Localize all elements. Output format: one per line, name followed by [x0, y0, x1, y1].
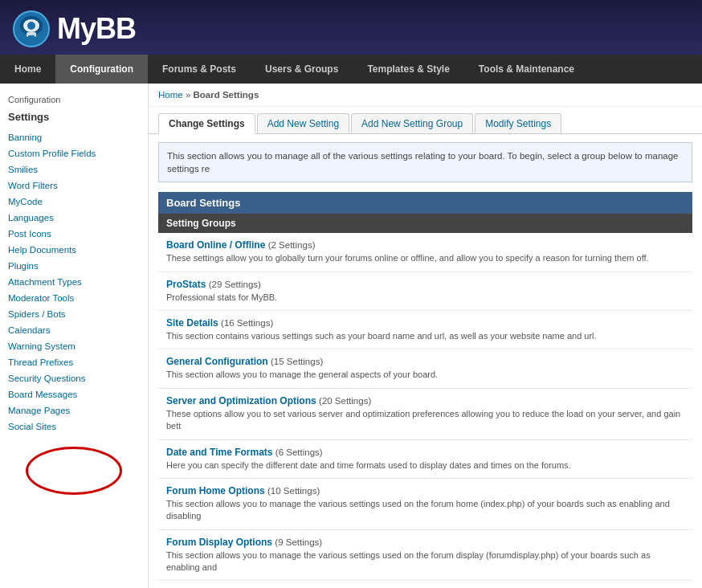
sidebar-settings-heading: Settings	[0, 108, 148, 129]
nav-users-groups[interactable]: Users & Groups	[251, 55, 353, 84]
sidebar-item-thread-prefixes[interactable]: Thread Prefixes	[0, 354, 148, 370]
sidebar-item-social-sites[interactable]: Social Sites	[0, 419, 148, 435]
setting-group-link-1[interactable]: ProStats	[166, 279, 206, 290]
nav-configuration[interactable]: Configuration	[55, 55, 148, 84]
breadcrumb-current: Board Settings	[194, 90, 259, 100]
setting-group-link-5[interactable]: Date and Time Formats	[166, 447, 272, 458]
setting-group-row: Server and Optimization Options (20 Sett…	[158, 389, 692, 440]
logo-icon	[12, 10, 51, 48]
nav-home[interactable]: Home	[0, 55, 55, 84]
setting-group-desc-2: This section contains various settings s…	[166, 330, 684, 342]
setting-group-desc-5: Here you can specify the different date …	[166, 459, 684, 472]
setting-group-link-7[interactable]: Forum Display Options	[166, 537, 272, 548]
sidebar-item-warning-system[interactable]: Warning System	[0, 338, 148, 354]
nav-tools-maintenance[interactable]: Tools & Maintenance	[464, 55, 589, 84]
setting-group-title-row: General Configuration (15 Settings)	[166, 356, 684, 367]
setting-group-title-row: Forum Home Options (10 Settings)	[166, 485, 684, 496]
setting-groups-subheader: Setting Groups	[158, 214, 692, 233]
tab-add-new-setting[interactable]: Add New Setting	[257, 113, 349, 133]
sidebar-item-plugins[interactable]: Plugins	[0, 258, 148, 274]
setting-group-link-6[interactable]: Forum Home Options	[166, 485, 265, 496]
setting-group-title-row: Board Online / Offline (2 Settings)	[166, 239, 684, 251]
sidebar: Configuration Settings Banning Custom Pr…	[0, 84, 149, 588]
sidebar-item-custom-profile-fields[interactable]: Custom Profile Fields	[0, 145, 148, 161]
setting-group-count-2: (16 Settings)	[221, 318, 273, 328]
setting-group-link-3[interactable]: General Configuration	[166, 356, 268, 367]
setting-group-count-6: (10 Settings)	[267, 486, 320, 496]
tab-add-new-setting-group[interactable]: Add New Setting Group	[351, 113, 473, 133]
red-circle-annotation	[26, 447, 122, 495]
setting-group-row: Forum Display Options (9 Settings) This …	[158, 530, 692, 582]
setting-group-desc-6: This section allows you to manage the va…	[166, 498, 684, 523]
sidebar-item-post-icons[interactable]: Post Icons	[0, 226, 148, 242]
sidebar-item-board-messages[interactable]: Board Messages	[0, 386, 148, 402]
page-header: MyBB	[0, 0, 702, 55]
setting-group-desc-7: This section allows you to manage the va…	[166, 549, 684, 574]
sidebar-item-smilies[interactable]: Smilies	[0, 161, 148, 178]
setting-group-link-2[interactable]: Site Details	[166, 317, 218, 329]
sidebar-item-languages[interactable]: Languages	[0, 210, 148, 226]
logo-area: MyBB	[12, 10, 136, 48]
setting-group-count-4: (20 Settings)	[319, 396, 371, 406]
nav-forums-posts[interactable]: Forums & Posts	[148, 55, 251, 84]
sidebar-item-security-questions[interactable]: Security Questions	[0, 370, 148, 386]
setting-group-row: Forum Home Options (10 Settings) This se…	[158, 479, 692, 530]
setting-group-count-0: (2 Settings)	[268, 240, 316, 250]
setting-group-desc-1: Professional stats for MyBB.	[166, 292, 684, 304]
breadcrumb-home-link[interactable]: Home	[158, 90, 183, 100]
setting-group-row: General Configuration (15 Settings) This…	[158, 349, 692, 388]
nav-templates-style[interactable]: Templates & Style	[353, 55, 463, 84]
board-settings-section: Board Settings Setting Groups Board Onli…	[158, 192, 692, 588]
setting-group-desc-0: These settings allow you to globally tur…	[166, 252, 684, 264]
tab-change-settings[interactable]: Change Settings	[158, 113, 255, 134]
sidebar-item-manage-pages[interactable]: Manage Pages	[0, 402, 148, 419]
svg-point-3	[27, 22, 35, 30]
header-background: MyBB	[0, 0, 702, 55]
setting-group-link-0[interactable]: Board Online / Offline	[166, 239, 265, 251]
sidebar-item-mycode[interactable]: MyCode	[0, 194, 148, 210]
setting-group-title-row: Forum Display Options (9 Settings)	[166, 537, 684, 548]
setting-group-count-7: (9 Settings)	[275, 537, 322, 547]
sidebar-item-calendars[interactable]: Calendars	[0, 322, 148, 338]
board-settings-header: Board Settings	[158, 192, 692, 214]
setting-group-link-4[interactable]: Server and Optimization Options	[166, 395, 316, 406]
setting-group-row: ProStats (29 Settings) Professional stat…	[158, 272, 692, 311]
setting-group-row: Show Thread Options (14 Settings) This s…	[158, 581, 692, 588]
tabs-bar: Change Settings Add New Setting Add New …	[149, 107, 702, 134]
setting-group-row: Board Online / Offline (2 Settings) Thes…	[158, 233, 692, 272]
logo-text: MyBB	[57, 12, 136, 46]
setting-group-desc-3: This section allows you to manage the ge…	[166, 369, 684, 381]
setting-group-title-row: Date and Time Formats (6 Settings)	[166, 447, 684, 458]
svg-rect-5	[28, 35, 35, 42]
setting-group-title-row: ProStats (29 Settings)	[166, 279, 684, 290]
setting-group-count-5: (6 Settings)	[275, 447, 323, 457]
setting-group-desc-4: These options allow you to set various s…	[166, 408, 684, 433]
sidebar-item-help-documents[interactable]: Help Documents	[0, 242, 148, 258]
sidebar-item-moderator-tools[interactable]: Moderator Tools	[0, 290, 148, 306]
setting-group-count-1: (29 Settings)	[209, 280, 261, 289]
setting-group-row: Date and Time Formats (6 Settings) Here …	[158, 440, 692, 479]
setting-group-count-3: (15 Settings)	[271, 357, 323, 366]
breadcrumb: Home » Board Settings	[149, 84, 702, 107]
sidebar-item-banning[interactable]: Banning	[0, 129, 148, 145]
sidebar-item-spiders-bots[interactable]: Spiders / Bots	[0, 306, 148, 322]
setting-group-row: Site Details (16 Settings) This section …	[158, 311, 692, 349]
info-box: This section allows you to manage all of…	[158, 142, 692, 182]
tab-modify-settings[interactable]: Modify Settings	[475, 113, 561, 133]
main-layout: Configuration Settings Banning Custom Pr…	[0, 84, 702, 588]
setting-group-title-row: Server and Optimization Options (20 Sett…	[166, 395, 684, 406]
setting-group-title-row: Site Details (16 Settings)	[166, 317, 684, 329]
sidebar-config-title: Configuration	[0, 92, 148, 108]
navbar: Home Configuration Forums & Posts Users …	[0, 55, 702, 84]
sidebar-item-word-filters[interactable]: Word Filters	[0, 178, 148, 194]
breadcrumb-separator: »	[186, 90, 190, 100]
sidebar-item-attachment-types[interactable]: Attachment Types	[0, 274, 148, 290]
content-area: Home » Board Settings Change Settings Ad…	[149, 84, 702, 588]
